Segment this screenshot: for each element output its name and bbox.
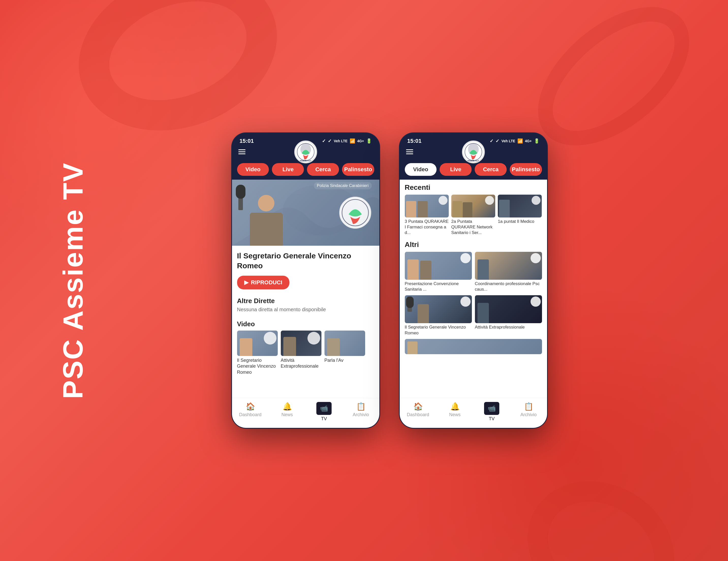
- phone-right: 15:01 ✓ ✓ Veh LTE 📶 4G+ 🔋: [400, 133, 547, 428]
- bell-icon-right: 🔔: [450, 402, 460, 411]
- content-right: Recenti 3 Puntata QURAKARE I Farmaci con…: [400, 180, 547, 398]
- network-badge-r: 4G+: [525, 139, 532, 143]
- recent-label-3: 1a puntat Il Medico: [498, 219, 542, 224]
- svg-text:ASSIEME P.S.C.: ASSIEME P.S.C.: [467, 160, 479, 161]
- mic-head: [236, 185, 245, 199]
- recent-card-2[interactable]: 2a Puntata QURAKARE Network Sanitario i …: [451, 195, 495, 236]
- nav-archivio-right[interactable]: 📋 Archivio: [510, 402, 547, 422]
- tab-palinsesto-left[interactable]: Palinsesto: [342, 163, 374, 176]
- altri-thumb-1: [405, 252, 472, 280]
- altri-section: Altri Presentazione Convenzione Sanitari…: [400, 238, 547, 356]
- home-icon-right: 🏠: [413, 402, 423, 411]
- time-right: 15:01: [407, 138, 422, 144]
- altre-dirette-title: Altre Dirette: [232, 294, 379, 306]
- nav-bar-left: ASSIEME P.S.C.: [232, 147, 379, 159]
- recent-label-2: 2a Puntata QURAKARE Network Sanitario i …: [451, 219, 495, 236]
- nav-dashboard-label-left: Dashboard: [239, 412, 261, 417]
- bottom-nav-right: 🏠 Dashboard 🔔 News 📹 TV 📋 Archivio: [400, 398, 547, 428]
- extra-thumb[interactable]: [405, 339, 542, 354]
- altre-dirette-subtitle: Nessuna diretta al momento disponibile: [232, 306, 379, 316]
- nav-bar-right: ASSIEME P.S.C.: [400, 147, 547, 159]
- tab-cerca-left[interactable]: Cerca: [307, 163, 339, 176]
- bell-icon-left: 🔔: [283, 402, 292, 411]
- psc-badge: Polizia Sindacale Carabinieri: [314, 182, 372, 189]
- nav-tv-left[interactable]: 📹 TV: [306, 402, 343, 422]
- video-row: Il Segretario Generale Vincenzo Romeo At…: [232, 331, 379, 379]
- nav-news-label-right: News: [449, 412, 460, 417]
- battery-icon-r: 🔋: [534, 138, 539, 144]
- recent-card-3[interactable]: 1a puntat Il Medico: [498, 195, 542, 236]
- recent-card-1[interactable]: 3 Puntata QURAKARE I Farmaci consegna a …: [405, 195, 449, 236]
- video-thumb-1: [237, 331, 278, 356]
- time-left: 15:01: [240, 138, 254, 144]
- altri-card-2[interactable]: Coordinamento professionale Psc caus...: [475, 252, 542, 292]
- nav-news-right[interactable]: 🔔 News: [437, 402, 473, 422]
- app-vertical-title: PSC Assieme TV: [57, 162, 89, 399]
- video-card-1[interactable]: Il Segretario Generale Vincenzo Romeo: [237, 331, 278, 375]
- home-icon-left: 🏠: [246, 402, 255, 411]
- tab-cerca-right[interactable]: Cerca: [475, 163, 507, 176]
- altri-card-1[interactable]: Presentazione Convenzione Sanitaria ...: [405, 252, 472, 292]
- archive-icon-left: 📋: [356, 402, 366, 411]
- tab-palinsesto-right[interactable]: Palinsesto: [510, 163, 542, 176]
- phone-left: 15:01 ✓ ✓ Veh LTE 📶 4G+ 🔋: [232, 133, 379, 428]
- hamburger-menu-left[interactable]: [238, 149, 245, 154]
- play-icon: ▶: [244, 279, 249, 286]
- wifi-icon-r: 📶: [517, 138, 523, 144]
- content-left: Polizia Sindacale Carabinieri Il Segreta…: [232, 180, 379, 398]
- nav-dashboard-left[interactable]: 🏠 Dashboard: [232, 402, 269, 422]
- check-icon: ✓: [322, 138, 326, 144]
- main-video-thumb[interactable]: Polizia Sindacale Carabinieri: [232, 180, 379, 246]
- archive-icon-right: 📋: [524, 402, 533, 411]
- play-label: RIPRODUCI: [251, 279, 282, 286]
- video-thumb-2: [281, 331, 321, 356]
- recenti-section: Recenti 3 Puntata QURAKARE I Farmaci con…: [400, 180, 547, 238]
- recents-row: 3 Puntata QURAKARE I Farmaci consegna a …: [405, 195, 542, 236]
- nav-tv-right[interactable]: 📹 TV: [473, 402, 510, 422]
- nav-archivio-label-right: Archivio: [520, 412, 537, 417]
- status-icons-left: ✓ ✓ Veh LTE 📶 4G+ 🔋: [322, 138, 371, 144]
- nav-tv-label-left: TV: [321, 416, 327, 422]
- recent-thumb-3: [498, 195, 542, 217]
- recent-label-1: 3 Puntata QURAKARE I Farmaci consegna a …: [405, 219, 449, 236]
- altri-card-3[interactable]: Il Segretario Generale Vincenzo Romeo: [405, 295, 472, 336]
- tv-icon-right: 📹: [484, 402, 499, 415]
- check2-icon: ✓: [328, 138, 332, 144]
- signal-text-r: Veh LTE: [501, 139, 515, 143]
- nav-archivio-left[interactable]: 📋 Archivio: [343, 402, 379, 422]
- video-thumb-3: [324, 331, 365, 356]
- altri-grid: Presentazione Convenzione Sanitaria ... …: [405, 252, 542, 336]
- svg-text:ASSIEME P.S.C.: ASSIEME P.S.C.: [300, 160, 312, 161]
- recent-thumb-2: [451, 195, 495, 217]
- recenti-title: Recenti: [405, 183, 542, 192]
- recent-thumb-1: [405, 195, 449, 217]
- check-icon-r: ✓: [490, 138, 493, 144]
- altri-thumb-3: [405, 295, 472, 323]
- nav-dashboard-right[interactable]: 🏠 Dashboard: [400, 402, 437, 422]
- video-card-label-1: Il Segretario Generale Vincenzo Romeo: [237, 357, 278, 375]
- nav-dashboard-label-right: Dashboard: [407, 412, 429, 417]
- nav-news-left[interactable]: 🔔 News: [269, 402, 306, 422]
- logo-svg-left: ASSIEME P.S.C.: [295, 141, 316, 163]
- tab-video-left[interactable]: Video: [237, 163, 269, 176]
- battery-icon: 🔋: [366, 138, 372, 144]
- video-section-title: Video: [232, 316, 379, 331]
- play-button[interactable]: ▶ RIPRODUCI: [237, 276, 289, 289]
- hamburger-menu-right[interactable]: [406, 149, 413, 154]
- check2-icon-r: ✓: [495, 138, 499, 144]
- altri-thumb-2: [475, 252, 542, 280]
- status-icons-right: ✓ ✓ Veh LTE 📶 4G+ 🔋: [490, 138, 539, 144]
- altri-card-4[interactable]: Attività Extraprofessionale: [475, 295, 542, 336]
- video-card-2[interactable]: Attività Extraprofessionale: [281, 331, 321, 375]
- tab-video-right[interactable]: Video: [405, 163, 437, 176]
- logo-svg-right: ASSIEME P.S.C.: [463, 141, 484, 163]
- altri-label-1: Presentazione Convenzione Sanitaria ...: [405, 281, 472, 292]
- tab-live-left[interactable]: Live: [272, 163, 304, 176]
- video-card-label-2: Attività Extraprofessionale: [281, 357, 321, 369]
- phones-container: 15:01 ✓ ✓ Veh LTE 📶 4G+ 🔋: [232, 133, 547, 428]
- altri-thumb-4: [475, 295, 542, 323]
- logo-right: ASSIEME P.S.C.: [462, 141, 485, 163]
- video-card-3[interactable]: Parla l'Av: [324, 331, 365, 375]
- tab-live-right[interactable]: Live: [440, 163, 472, 176]
- tv-icon-left: 📹: [316, 402, 332, 415]
